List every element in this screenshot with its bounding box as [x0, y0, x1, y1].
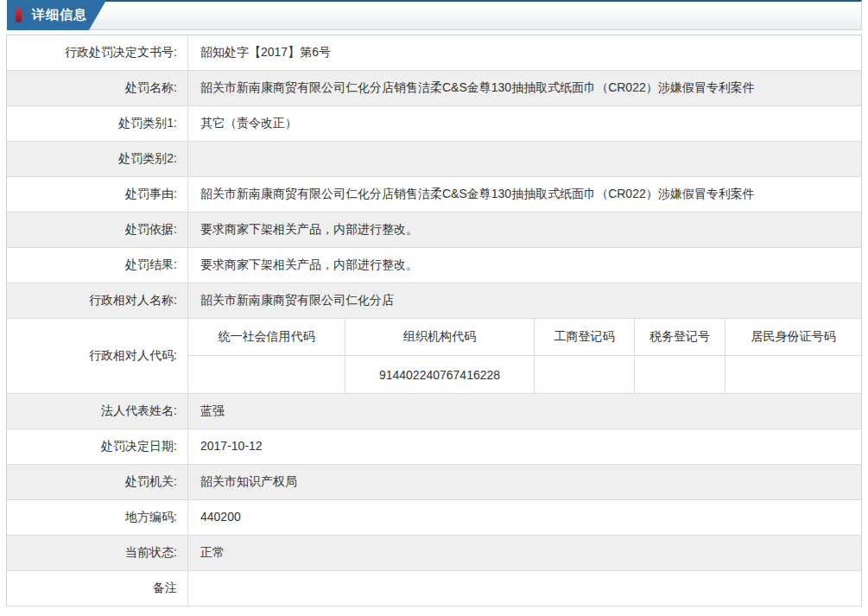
code-value-cell	[725, 356, 861, 393]
field-label: 处罚结果:	[7, 248, 188, 283]
field-label: 处罚决定日期:	[7, 429, 188, 464]
table-row-penalty-authority: 处罚机关: 韶关市知识产权局	[7, 465, 861, 500]
field-value: 要求商家下架相关产品，内部进行整改。	[188, 248, 861, 283]
code-value-cell: 914402240767416228	[345, 356, 534, 393]
field-value	[188, 571, 861, 606]
code-column-header: 统一社会信用代码	[188, 319, 345, 356]
field-value: 要求商家下架相关产品，内部进行整改。	[188, 213, 861, 247]
field-value: 韶关市新南康商贸有限公司仁化分店销售洁柔C&S金尊130抽抽取式纸面巾（CR02…	[188, 177, 861, 212]
field-value: 正常	[188, 536, 861, 570]
field-value	[188, 142, 861, 176]
table-row-document-number: 行政处罚决定文书号: 韶知处字【2017】第6号	[7, 35, 861, 71]
table-row-current-status: 当前状态: 正常	[7, 536, 861, 571]
field-value: 2017-10-12	[188, 429, 861, 464]
field-label: 处罚事由:	[7, 177, 188, 212]
table-row-party-name: 行政相对人名称: 韶关市新南康商贸有限公司仁化分店	[7, 283, 861, 319]
field-label: 行政处罚决定文书号:	[7, 35, 188, 70]
detail-table: 行政处罚决定文书号: 韶知处字【2017】第6号 处罚名称: 韶关市新南康商贸有…	[6, 35, 862, 606]
code-column-header: 居民身份证号码	[725, 319, 861, 356]
field-value: 韶关市新南康商贸有限公司仁化分店	[188, 283, 861, 318]
field-label: 处罚名称:	[7, 71, 188, 105]
party-code-table: 统一社会信用代码 组织机构代码 工商登记码 税务登记号 居民身份证号码 9144…	[188, 319, 861, 393]
table-row-decision-date: 处罚决定日期: 2017-10-12	[7, 429, 861, 465]
section-title: 详细信息	[32, 7, 87, 23]
field-label: 处罚依据:	[7, 213, 188, 247]
field-label: 地方编码:	[7, 500, 188, 535]
field-value: 其它（责令改正）	[188, 106, 861, 141]
field-label: 行政相对人名称:	[7, 283, 188, 318]
field-value: 蓝强	[188, 394, 861, 429]
header-strip	[7, 0, 862, 30]
field-value: 韶关市知识产权局	[188, 465, 861, 499]
table-row-penalty-result: 处罚结果: 要求商家下架相关产品，内部进行整改。	[7, 248, 861, 283]
code-column-header: 工商登记码	[534, 319, 634, 356]
section-header: 详细信息	[0, 0, 868, 31]
field-value: 韶关市新南康商贸有限公司仁化分店销售洁柔C&S金尊130抽抽取式纸面巾（CR02…	[188, 71, 861, 105]
table-row-region-code: 地方编码: 440200	[7, 500, 861, 536]
accent-bar-icon	[16, 8, 22, 22]
field-label: 处罚类别2:	[7, 142, 188, 176]
field-label: 处罚机关:	[7, 465, 188, 499]
code-column-header: 组织机构代码	[345, 319, 534, 356]
code-value-cell	[534, 356, 634, 393]
code-column-header: 税务登记号	[634, 319, 725, 356]
table-row-legal-representative: 法人代表姓名: 蓝强	[7, 394, 861, 429]
table-row-penalty-reason: 处罚事由: 韶关市新南康商贸有限公司仁化分店销售洁柔C&S金尊130抽抽取式纸面…	[7, 177, 861, 213]
field-label: 处罚类别1:	[7, 106, 188, 141]
code-value-cell	[634, 356, 725, 393]
field-label: 法人代表姓名:	[7, 394, 188, 429]
field-label: 当前状态:	[7, 536, 188, 570]
table-row-penalty-category-1: 处罚类别1: 其它（责令改正）	[7, 106, 861, 142]
code-value-cell	[188, 356, 345, 393]
field-value: 440200	[188, 500, 861, 535]
table-row-penalty-name: 处罚名称: 韶关市新南康商贸有限公司仁化分店销售洁柔C&S金尊130抽抽取式纸面…	[7, 71, 861, 106]
table-row-penalty-basis: 处罚依据: 要求商家下架相关产品，内部进行整改。	[7, 213, 861, 248]
field-label: 行政相对人代码:	[7, 319, 188, 393]
table-row-party-code: 行政相对人代码: 统一社会信用代码 组织机构代码 工商登记码 税务登记号 居民身…	[7, 319, 861, 394]
table-row-penalty-category-2: 处罚类别2:	[7, 142, 861, 177]
table-row-remarks: 备注	[7, 571, 861, 606]
field-value: 韶知处字【2017】第6号	[188, 35, 861, 70]
field-label: 备注	[7, 571, 188, 606]
